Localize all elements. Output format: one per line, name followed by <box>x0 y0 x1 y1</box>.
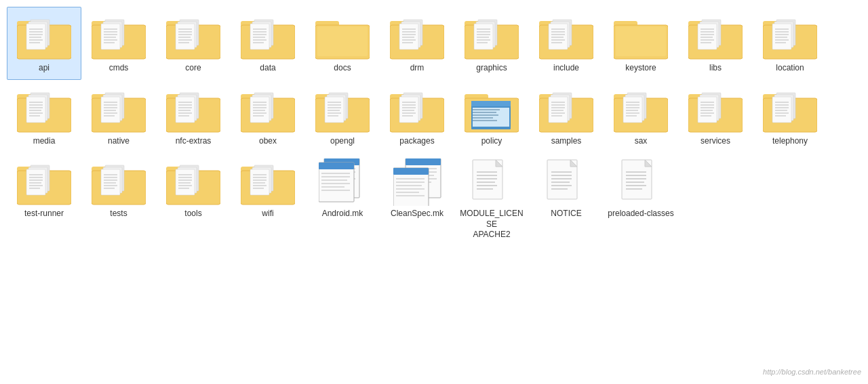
file-label: telephony <box>772 136 808 147</box>
svg-rect-97 <box>698 24 717 49</box>
svg-rect-303 <box>319 163 354 169</box>
file-item[interactable]: nfc-extras <box>156 80 231 153</box>
svg-rect-17 <box>101 24 120 49</box>
file-label: core <box>185 63 201 74</box>
folder-icon <box>539 86 593 133</box>
file-label: preloaded-classes <box>608 209 673 219</box>
file-label: MODULE_LICENSEAPACHE2 <box>458 209 526 240</box>
svg-rect-133 <box>101 97 120 123</box>
file-item[interactable]: preloaded-classes <box>604 152 678 247</box>
file-item[interactable]: sax <box>604 80 678 153</box>
file-item[interactable]: core <box>156 7 231 80</box>
file-item[interactable]: tests <box>81 152 156 247</box>
svg-rect-81 <box>549 24 568 49</box>
svg-rect-240 <box>772 97 791 123</box>
file-item[interactable]: obex <box>231 80 305 153</box>
file-item[interactable]: packages <box>380 80 454 153</box>
file-item[interactable]: NOTICE <box>529 152 604 247</box>
file-icon <box>319 158 366 206</box>
folder-icon <box>390 13 444 60</box>
folder-icon <box>315 13 370 60</box>
file-item[interactable]: test-runner <box>7 152 81 247</box>
file-item[interactable]: libs <box>678 7 753 80</box>
file-item[interactable]: MODULE_LICENSEAPACHE2 <box>454 152 529 247</box>
file-label: packages <box>399 136 434 147</box>
file-grid: api cmds core <box>0 0 868 253</box>
file-item[interactable]: keystore <box>604 7 678 80</box>
file-label: cmds <box>109 63 129 74</box>
folder-icon <box>166 86 220 133</box>
svg-rect-264 <box>101 169 120 195</box>
file-label: native <box>108 136 130 147</box>
file-label: Android.mk <box>322 209 363 219</box>
file-item[interactable]: api <box>7 7 81 80</box>
svg-rect-109 <box>772 24 791 49</box>
folder-icon <box>166 13 220 60</box>
svg-rect-5 <box>26 24 45 49</box>
svg-rect-29 <box>176 24 195 49</box>
folder-icon <box>17 158 71 206</box>
file-label: api <box>39 63 50 74</box>
folder-icon <box>688 13 743 60</box>
file-label: CleanSpec.mk <box>391 209 443 219</box>
file-item[interactable]: telephony <box>753 80 827 153</box>
svg-rect-228 <box>698 97 717 123</box>
svg-rect-91 <box>616 26 666 56</box>
file-icon <box>393 158 441 206</box>
svg-rect-57 <box>399 24 418 49</box>
file-label: graphics <box>476 63 507 74</box>
svg-rect-169 <box>325 97 344 123</box>
file-label: policy <box>481 136 502 147</box>
folder-icon <box>241 158 295 206</box>
file-item[interactable]: Android.mk <box>305 152 380 247</box>
folder-icon <box>539 13 593 60</box>
file-label: location <box>776 63 804 74</box>
file-item[interactable]: drm <box>380 7 454 80</box>
folder-icon <box>241 86 295 133</box>
folder-icon <box>92 158 146 206</box>
file-item[interactable]: native <box>81 80 156 153</box>
file-label: sax <box>635 136 648 147</box>
file-item[interactable]: policy <box>454 80 529 153</box>
folder-icon <box>614 86 668 133</box>
file-label: libs <box>709 63 722 74</box>
svg-rect-197 <box>473 117 493 119</box>
svg-rect-252 <box>26 169 45 195</box>
folder-icon <box>390 86 444 133</box>
file-item[interactable]: CleanSpec.mk <box>380 152 454 247</box>
file-item[interactable]: media <box>7 80 81 153</box>
svg-rect-157 <box>250 97 269 123</box>
file-item[interactable]: tools <box>156 152 231 247</box>
svg-rect-181 <box>399 97 418 123</box>
folder-icon <box>241 13 295 60</box>
file-label: tools <box>184 209 201 219</box>
file-label: nfc-extras <box>176 136 212 147</box>
file-item[interactable]: opengl <box>305 80 380 153</box>
svg-rect-69 <box>474 24 493 49</box>
file-label: test-runner <box>24 209 64 219</box>
folder-icon <box>763 86 817 133</box>
folder-icon <box>92 86 146 133</box>
file-item[interactable]: cmds <box>81 7 156 80</box>
folder-icon <box>166 158 220 206</box>
file-item[interactable]: docs <box>305 7 380 80</box>
file-item[interactable]: include <box>529 7 604 80</box>
file-item[interactable]: location <box>753 7 827 80</box>
file-label: drm <box>410 63 425 74</box>
svg-rect-121 <box>26 97 45 123</box>
svg-rect-198 <box>473 120 497 121</box>
folder-icon <box>92 13 146 60</box>
file-item[interactable]: graphics <box>454 7 529 80</box>
file-label: opengl <box>330 136 355 147</box>
file-item[interactable]: data <box>231 7 305 80</box>
svg-rect-51 <box>317 26 368 56</box>
file-item[interactable]: wifi <box>231 152 305 247</box>
file-label: keystore <box>625 63 656 74</box>
svg-rect-195 <box>473 112 496 113</box>
file-item[interactable]: samples <box>529 80 604 153</box>
file-label: services <box>701 136 730 147</box>
file-label: docs <box>334 63 351 74</box>
folder-icon <box>465 13 519 60</box>
svg-rect-192 <box>471 101 511 106</box>
file-item[interactable]: services <box>678 80 753 153</box>
